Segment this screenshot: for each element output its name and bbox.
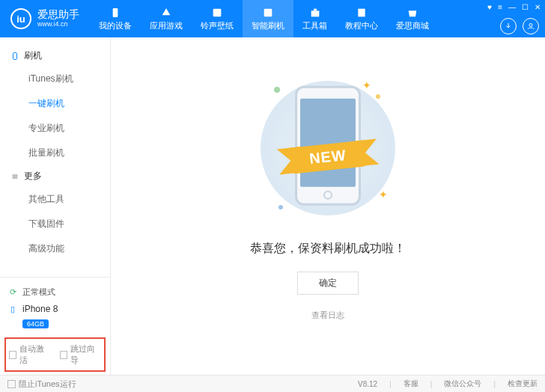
sidebar-item-pro-flash[interactable]: 专业刷机 bbox=[0, 116, 110, 141]
image-icon bbox=[211, 7, 223, 19]
svg-rect-5 bbox=[358, 8, 365, 16]
svg-rect-7 bbox=[13, 52, 17, 59]
tab-label: 爱思商城 bbox=[396, 20, 429, 31]
svg-rect-4 bbox=[314, 8, 317, 10]
tab-label: 智能刷机 bbox=[252, 20, 284, 31]
mode-label: 正常模式 bbox=[22, 287, 55, 298]
checkbox-auto-activate[interactable]: 自动激活 bbox=[9, 343, 51, 366]
checkbox-icon bbox=[9, 351, 16, 359]
toolbox-icon bbox=[309, 7, 321, 19]
window-controls: ♥ ≡ — ☐ ✕ bbox=[487, 3, 541, 11]
sidebar-group-more[interactable]: 更多 bbox=[0, 165, 110, 187]
brand-url: www.i4.cn bbox=[37, 21, 79, 28]
version-label: V8.12 bbox=[358, 380, 377, 388]
menu-icon[interactable]: ≡ bbox=[498, 3, 502, 11]
sidebar-item-batch-flash[interactable]: 批量刷机 bbox=[0, 141, 110, 165]
main-content: ✦✦ NEW 恭喜您，保资料刷机成功啦！ 确定 查看日志 bbox=[111, 37, 545, 375]
success-illustration: ✦✦ NEW bbox=[246, 73, 410, 223]
confirm-button[interactable]: 确定 bbox=[297, 272, 359, 295]
wechat-link[interactable]: 微信公众号 bbox=[444, 379, 481, 389]
sidebar-item-advanced[interactable]: 高级功能 bbox=[0, 236, 110, 261]
sidebar-item-itunes-flash[interactable]: iTunes刷机 bbox=[0, 67, 110, 91]
checkbox-icon bbox=[60, 351, 67, 359]
close-icon[interactable]: ✕ bbox=[535, 3, 541, 11]
brand-logo: iu 爱思助手 www.i4.cn bbox=[0, 8, 90, 29]
refresh-icon bbox=[262, 7, 274, 19]
apps-icon bbox=[160, 7, 172, 19]
tab-store[interactable]: 爱思商城 bbox=[387, 0, 438, 37]
checkbox-icon bbox=[7, 380, 16, 388]
svg-rect-2 bbox=[264, 8, 272, 16]
group-title: 刷机 bbox=[24, 49, 42, 62]
header: iu 爱思助手 www.i4.cn 我的设备 应用游戏 铃声壁纸 智能刷机 工具… bbox=[0, 0, 545, 37]
checkbox-label: 自动激活 bbox=[19, 343, 50, 366]
tab-label: 应用游戏 bbox=[150, 20, 183, 31]
refresh-icon: ⟳ bbox=[7, 287, 18, 298]
download-button[interactable] bbox=[500, 18, 517, 34]
device-name: iPhone 8 bbox=[22, 304, 58, 314]
tab-label: 我的设备 bbox=[99, 20, 132, 31]
tab-flash[interactable]: 智能刷机 bbox=[243, 0, 293, 37]
tab-label: 教程中心 bbox=[345, 20, 378, 31]
brand-title: 爱思助手 bbox=[37, 9, 79, 20]
checkbox-block-itunes[interactable]: 阻止iTunes运行 bbox=[7, 379, 76, 390]
phone-icon bbox=[109, 7, 121, 19]
maximize-icon[interactable]: ☐ bbox=[522, 3, 529, 11]
header-actions bbox=[500, 18, 539, 34]
checkbox-label: 跳过向导 bbox=[70, 343, 101, 366]
view-log-link[interactable]: 查看日志 bbox=[311, 310, 344, 321]
book-icon bbox=[356, 7, 368, 19]
checkbox-label: 阻止iTunes运行 bbox=[19, 379, 76, 390]
settings-icon[interactable]: ♥ bbox=[487, 3, 492, 11]
tab-label: 工具箱 bbox=[302, 20, 327, 31]
update-link[interactable]: 检查更新 bbox=[508, 379, 538, 389]
phone-icon: ▯ bbox=[7, 304, 18, 314]
group-title: 更多 bbox=[24, 170, 42, 183]
sidebar-item-oneclick-flash[interactable]: 一键刷机 bbox=[0, 91, 110, 116]
svg-rect-3 bbox=[311, 10, 319, 16]
body: 刷机 iTunes刷机 一键刷机 专业刷机 批量刷机 更多 其他工具 下载固件 … bbox=[0, 37, 545, 375]
svg-rect-0 bbox=[113, 8, 118, 17]
svg-rect-1 bbox=[213, 8, 222, 16]
tab-my-device[interactable]: 我的设备 bbox=[90, 0, 141, 37]
sidebar-group-flash[interactable]: 刷机 bbox=[0, 45, 110, 67]
tab-tutorials[interactable]: 教程中心 bbox=[336, 0, 387, 37]
tab-label: 铃声壁纸 bbox=[201, 20, 234, 31]
sidebar-item-other-tools[interactable]: 其他工具 bbox=[0, 187, 110, 212]
service-link[interactable]: 客服 bbox=[404, 379, 418, 389]
success-message: 恭喜您，保资料刷机成功啦！ bbox=[250, 241, 406, 257]
tab-toolbox[interactable]: 工具箱 bbox=[293, 0, 336, 37]
sidebar-item-download-firmware[interactable]: 下载固件 bbox=[0, 212, 110, 236]
tab-apps[interactable]: 应用游戏 bbox=[141, 0, 192, 37]
checkbox-skip-guide[interactable]: 跳过向导 bbox=[60, 343, 102, 366]
device-info[interactable]: ▯ iPhone 8 bbox=[7, 301, 103, 317]
logo-icon: iu bbox=[10, 8, 31, 29]
minimize-icon[interactable]: — bbox=[508, 3, 516, 11]
device-icon bbox=[10, 52, 19, 61]
storage-badge: 64GB bbox=[22, 319, 49, 328]
status-bar: 阻止iTunes运行 V8.12 | 客服 | 微信公众号 | 检查更新 bbox=[0, 375, 545, 392]
profile-button[interactable] bbox=[523, 18, 539, 34]
options-highlight: 自动激活 跳过向导 bbox=[4, 337, 106, 372]
svg-point-6 bbox=[529, 24, 532, 27]
mode-status: ⟳ 正常模式 bbox=[7, 284, 103, 301]
sidebar: 刷机 iTunes刷机 一键刷机 专业刷机 批量刷机 更多 其他工具 下载固件 … bbox=[0, 37, 111, 375]
list-icon bbox=[10, 172, 19, 181]
store-icon bbox=[407, 7, 418, 19]
top-tabs: 我的设备 应用游戏 铃声壁纸 智能刷机 工具箱 教程中心 爱思商城 bbox=[90, 0, 438, 37]
tab-ringtones[interactable]: 铃声壁纸 bbox=[192, 0, 243, 37]
